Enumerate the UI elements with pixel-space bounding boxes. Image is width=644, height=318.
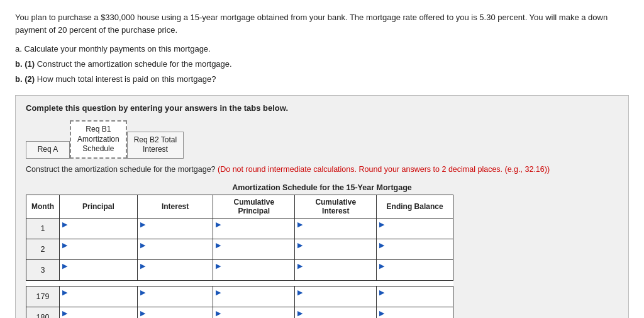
cell-principal[interactable]: ▶ xyxy=(59,307,137,318)
amort-table-container: Amortization Schedule for the 15-Year Mo… xyxy=(26,183,618,318)
arrow-icon: ▶ xyxy=(140,241,145,249)
complete-box: Complete this question by entering your … xyxy=(15,95,629,318)
arrow-icon: ▶ xyxy=(62,241,67,249)
arrow-icon: ▶ xyxy=(379,220,384,228)
col-cum-principal: CumulativePrincipal xyxy=(213,195,295,218)
tab-req-a[interactable]: Req A xyxy=(26,141,70,159)
arrow-icon: ▶ xyxy=(379,309,384,317)
arrow-icon: ▶ xyxy=(62,309,67,317)
cell-cum-principal[interactable]: ▶ xyxy=(213,218,295,239)
cell-cum-interest[interactable]: ▶ xyxy=(295,218,377,239)
table-input[interactable] xyxy=(216,270,292,279)
cell-interest[interactable]: ▶ xyxy=(137,218,213,239)
arrow-icon: ▶ xyxy=(379,241,384,249)
table-input[interactable] xyxy=(62,249,135,258)
col-cum-interest: CumulativeInterest xyxy=(295,195,377,218)
table-input[interactable] xyxy=(62,270,135,279)
arrow-icon: ▶ xyxy=(216,241,221,249)
table-input[interactable] xyxy=(216,249,292,258)
ellipsis-cell xyxy=(213,280,295,286)
table-input[interactable] xyxy=(379,297,450,305)
cell-ending-balance[interactable]: ▶ xyxy=(377,259,453,280)
arrow-icon: ▶ xyxy=(62,262,67,270)
tab-req-b2[interactable]: Req B2 TotalInterest xyxy=(127,132,184,159)
table-input[interactable] xyxy=(297,249,374,258)
table-input[interactable] xyxy=(379,229,450,237)
cell-interest[interactable]: ▶ xyxy=(137,307,213,318)
table-input[interactable] xyxy=(140,270,211,279)
cell-ending-balance[interactable]: ▶ xyxy=(377,239,453,259)
ellipsis-row xyxy=(26,280,453,286)
table-row: 3▶▶▶▶▶ xyxy=(26,259,453,280)
arrow-icon: ▶ xyxy=(216,220,221,228)
cell-cum-interest[interactable]: ▶ xyxy=(295,259,377,280)
tab-req-b1[interactable]: Req B1AmortizationSchedule xyxy=(70,120,127,159)
table-input[interactable] xyxy=(379,270,450,279)
ellipsis-cell xyxy=(137,280,213,286)
table-input[interactable] xyxy=(379,249,450,258)
tabs-row: Req A Req B1AmortizationSchedule Req B2 … xyxy=(26,120,618,159)
arrow-icon: ▶ xyxy=(297,288,303,296)
table-input[interactable] xyxy=(297,229,374,237)
cell-ending-balance[interactable]: ▶ xyxy=(377,218,453,239)
cell-month: 3 xyxy=(26,259,60,280)
col-principal: Principal xyxy=(59,195,137,218)
ellipsis-cell xyxy=(295,280,377,286)
arrow-icon: ▶ xyxy=(216,262,221,270)
arrow-icon: ▶ xyxy=(297,262,303,270)
question-b2: b. (2) How much total interest is paid o… xyxy=(15,72,629,86)
table-input[interactable] xyxy=(216,229,292,237)
arrow-icon: ▶ xyxy=(297,241,303,249)
arrow-icon: ▶ xyxy=(140,262,145,270)
cell-principal[interactable]: ▶ xyxy=(59,239,137,259)
construct-text: Construct the amortization schedule for … xyxy=(26,164,618,176)
cell-cum-principal[interactable]: ▶ xyxy=(213,239,295,259)
table-input[interactable] xyxy=(216,297,292,305)
ellipsis-cell xyxy=(377,280,453,286)
arrow-icon: ▶ xyxy=(140,288,145,296)
arrow-icon: ▶ xyxy=(140,309,145,317)
cell-interest[interactable]: ▶ xyxy=(137,286,213,307)
cell-interest[interactable]: ▶ xyxy=(137,239,213,259)
cell-month: 180 xyxy=(26,307,60,318)
arrow-icon: ▶ xyxy=(140,220,145,228)
ellipsis-cell xyxy=(26,280,60,286)
table-input[interactable] xyxy=(140,297,211,305)
cell-principal[interactable]: ▶ xyxy=(59,218,137,239)
table-input[interactable] xyxy=(62,297,135,305)
cell-cum-principal[interactable]: ▶ xyxy=(213,307,295,318)
cell-interest[interactable]: ▶ xyxy=(137,259,213,280)
col-ending-balance: Ending Balance xyxy=(377,195,453,218)
arrow-icon: ▶ xyxy=(379,262,384,270)
col-interest: Interest xyxy=(137,195,213,218)
table-row: 2▶▶▶▶▶ xyxy=(26,239,453,259)
ellipsis-cell xyxy=(59,280,137,286)
questions-section: a. Calculate your monthly payments on th… xyxy=(15,42,629,86)
amort-table-title: Amortization Schedule for the 15-Year Mo… xyxy=(26,183,618,192)
cell-principal[interactable]: ▶ xyxy=(59,286,137,307)
arrow-icon: ▶ xyxy=(62,220,67,228)
col-month: Month xyxy=(26,195,60,218)
table-input[interactable] xyxy=(297,297,374,305)
table-row: 1▶▶▶▶▶ xyxy=(26,218,453,239)
arrow-icon: ▶ xyxy=(379,288,384,296)
cell-cum-interest[interactable]: ▶ xyxy=(295,239,377,259)
cell-cum-interest[interactable]: ▶ xyxy=(295,286,377,307)
amort-table: Month Principal Interest CumulativePrinc… xyxy=(26,195,453,318)
table-input[interactable] xyxy=(62,229,135,237)
cell-cum-principal[interactable]: ▶ xyxy=(213,259,295,280)
cell-ending-balance[interactable]: ▶ xyxy=(377,307,453,318)
cell-ending-balance[interactable]: ▶ xyxy=(377,286,453,307)
complete-label: Complete this question by entering your … xyxy=(26,103,618,113)
cell-principal[interactable]: ▶ xyxy=(59,259,137,280)
table-input[interactable] xyxy=(140,229,211,237)
cell-cum-interest[interactable]: ▶ xyxy=(295,307,377,318)
table-input[interactable] xyxy=(140,249,211,258)
cell-cum-principal[interactable]: ▶ xyxy=(213,286,295,307)
arrow-icon: ▶ xyxy=(62,288,67,296)
arrow-icon: ▶ xyxy=(216,309,221,317)
intro-text: You plan to purchase a $330,000 house us… xyxy=(15,11,629,36)
arrow-icon: ▶ xyxy=(297,309,303,317)
cell-month: 2 xyxy=(26,239,60,259)
table-input[interactable] xyxy=(297,270,374,279)
